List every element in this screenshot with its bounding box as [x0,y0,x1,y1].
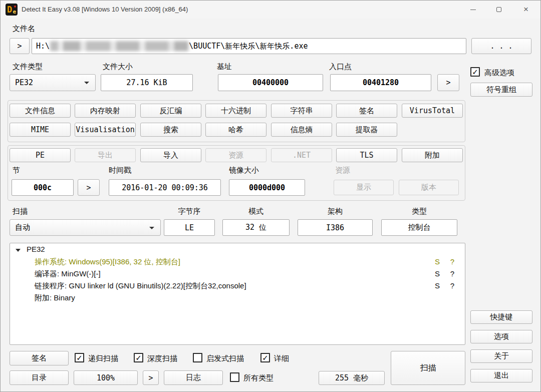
close-button[interactable]: × [514,1,537,19]
import-tab-button[interactable]: 导入 [140,148,201,162]
options-button[interactable]: 选项 [470,330,532,343]
app-window: D e Detect It Easy v3.08 [Windows 10 Ver… [0,0,541,392]
result-row-overlay[interactable]: 附加: Binary [35,293,75,303]
all-types-label: 所有类型 [243,373,274,383]
dropdown-arrow-icon [84,82,89,84]
file-size-label: 文件大小 [103,62,133,72]
entropy-button[interactable]: 信息熵 [271,123,332,137]
overlay-tab-button[interactable]: 附加 [402,148,463,162]
advanced-options-label: 高级选项 [484,68,514,78]
redacted-path-segment [50,41,188,51]
signatures-tool-button[interactable]: 签名 [336,104,397,118]
logo-red-dot [14,6,16,8]
browse-file-button[interactable]: . . . [471,38,531,54]
file-name-label: 文件名 [13,24,35,34]
minimize-button[interactable] [461,1,484,19]
result-info-link[interactable]: ? [448,257,456,266]
result-row-os[interactable]: 操作系统: Windows(95)[I386, 32 位, 控制台] [35,257,180,267]
memory-map-button[interactable]: 内存映射 [75,104,136,118]
open-file-action-button[interactable]: > [10,38,30,54]
progress-indicator: 100% [74,370,138,385]
architecture-label: 架构 [298,207,373,216]
file-type-value: PE32 [15,78,33,87]
signatures-button[interactable]: 签名 [10,351,69,365]
verbose-label: 详细 [274,354,289,363]
sections-count-field[interactable]: 000c [12,179,74,196]
goto-arrow-icon: > [17,42,22,51]
exit-button[interactable]: 退出 [470,369,532,382]
about-button[interactable]: 关于 [470,349,532,363]
check-icon: ✓ [472,68,478,76]
resources-tab-button: 资源 [205,148,266,162]
result-root-node[interactable]: PE32 [27,245,45,253]
close-icon: × [523,5,528,15]
entry-point-goto-button[interactable]: > [437,74,459,91]
progress-goto-button[interactable]: > [143,370,159,385]
timestamp-label: 时间戳 [109,166,131,175]
log-button[interactable]: 日志 [164,370,223,385]
all-types-checkbox[interactable] [230,372,239,382]
mode-label: 模式 [222,207,290,216]
file-path-prefix: H:\ [36,42,50,51]
result-row-linker[interactable]: 链接程序: GNU linker ld (GNU Binutils)(2.22)… [35,281,246,291]
deep-scan-checkbox[interactable]: ✓ [134,353,143,362]
result-signature-link[interactable]: S [432,269,442,278]
sections-label: 节 [13,166,20,175]
type-label: 类型 [381,207,457,216]
tree-collapse-icon[interactable] [16,249,21,252]
scan-engine-value: 自动 [15,223,30,232]
shortcuts-button[interactable]: 快捷键 [470,310,532,324]
maximize-button[interactable] [487,1,510,19]
timestamp-field[interactable]: 2016-01-20 00:09:36 [109,179,221,196]
image-size-label: 镜像大小 [229,166,259,175]
check-icon: ✓ [135,354,142,361]
endianness-field: LE [164,219,215,236]
window-title: Detect It Easy v3.08 [Windows 10 Version… [22,1,188,19]
file-path-input[interactable]: H:\\BUUCTF\新年快乐\新年快乐.exe [32,38,466,54]
check-icon: ✓ [262,354,268,361]
file-type-select[interactable]: PE32 [10,74,96,91]
goto-arrow-icon: > [446,78,450,87]
extractor-button[interactable]: 提取器 [336,123,397,137]
resources-section-label: 资源 [335,166,350,175]
mime-button[interactable]: MIME [10,123,71,137]
result-row-compiler[interactable]: 编译器: MinGW(-)[-] [35,269,101,279]
result-info-link[interactable]: ? [448,269,456,278]
scan-button[interactable]: 扫描 [391,351,465,385]
app-logo-icon: D e [6,4,18,16]
base-address-field[interactable]: 00400000 [218,74,323,91]
heuristic-scan-checkbox[interactable] [193,353,202,362]
title-bar: D e Detect It Easy v3.08 [Windows 10 Ver… [1,1,540,19]
tls-tab-button[interactable]: TLS [336,148,397,162]
goto-arrow-icon: > [86,183,91,192]
minimize-icon [470,10,476,10]
sections-goto-button[interactable]: > [78,179,100,196]
scan-engine-select[interactable]: 自动 [10,219,161,236]
search-button[interactable]: 搜索 [140,123,201,137]
file-info-button[interactable]: 文件信息 [10,104,71,118]
entry-point-field[interactable]: 00401280 [330,74,431,91]
goto-arrow-icon: > [148,373,153,382]
pe-tab-button[interactable]: PE [10,148,71,162]
heuristic-scan-label: 启发式扫描 [206,354,244,363]
image-size-field[interactable]: 0000d000 [229,179,305,196]
entry-point-label: 入口点 [329,62,352,72]
result-info-link[interactable]: ? [448,281,456,290]
strings-button[interactable]: 字符串 [271,104,332,118]
recursive-scan-label: 递归扫描 [88,354,118,363]
virustotal-button[interactable]: VirusTotal [402,104,463,118]
result-signature-link[interactable]: S [432,257,442,266]
verbose-checkbox[interactable]: ✓ [260,353,270,362]
scan-duration-indicator: 255 毫秒 [319,371,385,385]
disasm-button[interactable]: 反汇编 [140,104,201,118]
advanced-options-checkbox[interactable]: ✓ [470,67,480,77]
visualisation-button[interactable]: Visualisation [75,123,136,137]
architecture-field: I386 [298,219,373,236]
result-signature-link[interactable]: S [432,281,442,290]
mode-field: 32 位 [222,219,290,236]
directory-button[interactable]: 目录 [10,370,69,385]
recursive-scan-checkbox[interactable]: ✓ [75,353,84,362]
demangle-button[interactable]: 符号重组 [470,83,532,97]
hex-button[interactable]: 十六进制 [205,104,266,118]
hash-button[interactable]: 哈希 [205,123,266,137]
